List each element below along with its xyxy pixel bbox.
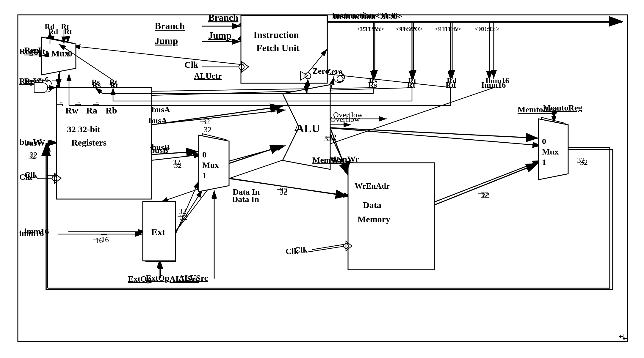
- svg-text:Fetch Unit: Fetch Unit: [256, 42, 300, 53]
- svg-text:32: 32: [577, 156, 585, 165]
- svg-text:Overflow: Overflow: [333, 111, 363, 119]
- svg-text:16: 16: [95, 236, 103, 245]
- svg-text:Instruction<31:0>: Instruction<31:0>: [332, 10, 401, 20]
- svg-text:ALUctr: ALUctr: [194, 71, 222, 81]
- svg-text:Rt: Rt: [407, 81, 416, 89]
- svg-text:Instruction: Instruction: [253, 29, 299, 40]
- svg-text:32: 32: [280, 186, 287, 195]
- svg-text:Clk: Clk: [19, 172, 32, 182]
- svg-text:32: 32: [180, 213, 188, 222]
- svg-text:Data: Data: [363, 200, 381, 210]
- svg-text:busW: busW: [19, 137, 42, 147]
- svg-text:5: 5: [45, 75, 49, 83]
- svg-text:Clk: Clk: [286, 247, 299, 256]
- busa-label: busA: [152, 105, 170, 114]
- svg-text:MemWr: MemWr: [312, 155, 343, 165]
- svg-text:<21:25>: <21:25>: [357, 25, 381, 33]
- svg-text:WrEnAdr: WrEnAdr: [355, 182, 390, 190]
- svg-text:1: 1: [542, 157, 546, 167]
- svg-text:ExtOp: ExtOp: [128, 274, 151, 283]
- svg-text:busB: busB: [150, 146, 168, 155]
- svg-text:Mux: Mux: [202, 160, 219, 170]
- svg-text:Mux: Mux: [51, 48, 69, 58]
- svg-text:<0:15>: <0:15>: [474, 25, 495, 33]
- svg-text:Rt: Rt: [61, 22, 69, 31]
- jump-label: Jump: [208, 30, 231, 41]
- svg-text:Rs: Rs: [368, 81, 377, 89]
- svg-text:Rd: Rd: [45, 22, 55, 31]
- svg-text:32: 32: [173, 158, 180, 167]
- branch-label: Branch: [208, 12, 239, 23]
- svg-text:Imm16: Imm16: [481, 81, 506, 89]
- svg-text:0: 0: [202, 150, 206, 159]
- svg-text:Clk: Clk: [184, 60, 198, 70]
- svg-text:Memory: Memory: [358, 214, 390, 224]
- svg-text:5: 5: [59, 100, 63, 108]
- svg-text:0: 0: [68, 48, 72, 58]
- svg-text:5: 5: [77, 100, 81, 108]
- svg-text:Rs: Rs: [92, 78, 100, 86]
- svg-text:1: 1: [202, 171, 206, 180]
- svg-text:Rt: Rt: [109, 78, 117, 86]
- svg-text:busA: busA: [149, 116, 167, 125]
- svg-text:32: 32: [480, 191, 488, 199]
- svg-text:Jump: Jump: [155, 35, 178, 46]
- svg-text:0: 0: [542, 137, 546, 146]
- svg-text:32: 32: [324, 134, 332, 143]
- svg-text:MemtoReg: MemtoReg: [518, 105, 557, 114]
- svg-text:imm16: imm16: [19, 229, 44, 238]
- svg-text:Zero: Zero: [312, 66, 329, 75]
- svg-text:RegDst: RegDst: [19, 47, 46, 56]
- width32-busa: 32: [204, 125, 211, 134]
- svg-point-69: [337, 76, 343, 82]
- svg-text:<11:15>: <11:15>: [435, 25, 459, 33]
- diagram-container: Instruction Fetch Unit Rw Ra Rb 32 32-bi…: [0, 0, 644, 358]
- svg-text:1: 1: [45, 48, 49, 58]
- svg-text:ALU: ALU: [296, 122, 320, 135]
- return-indicator: ↵: [622, 334, 629, 343]
- svg-text:5: 5: [95, 100, 99, 108]
- svg-text:Rw: Rw: [65, 105, 79, 115]
- svg-text:32: 32: [202, 117, 210, 126]
- svg-text:Ext: Ext: [151, 227, 165, 237]
- svg-text:Data In: Data In: [233, 187, 260, 196]
- svg-text:Mux: Mux: [542, 147, 559, 156]
- svg-text:Rb: Rb: [106, 105, 117, 115]
- svg-text:ALUSrc: ALUSrc: [170, 274, 199, 283]
- svg-text:Branch: Branch: [155, 20, 185, 31]
- svg-line-140: [42, 56, 44, 56]
- svg-text:Registers: Registers: [71, 138, 106, 147]
- svg-text:<16:20>: <16:20>: [396, 25, 420, 33]
- svg-text:32: 32: [28, 152, 36, 161]
- svg-text:32 32-bit: 32 32-bit: [67, 124, 101, 134]
